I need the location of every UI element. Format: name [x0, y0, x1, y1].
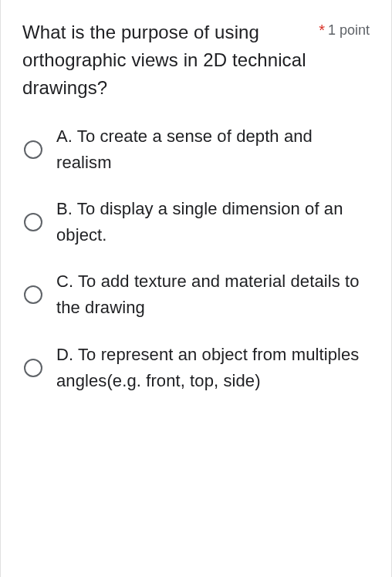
question-text: What is the purpose of using orthographi… — [22, 19, 314, 102]
radio-icon — [24, 285, 42, 304]
question-header: What is the purpose of using orthographi… — [22, 19, 370, 102]
required-star: * — [319, 19, 325, 42]
radio-icon — [24, 213, 42, 231]
option-label: C. To add texture and material details t… — [56, 268, 370, 321]
radio-icon — [24, 140, 42, 159]
option-label: A. To create a sense of depth and realis… — [56, 123, 370, 176]
option-label: B. To display a single dimension of an o… — [56, 196, 370, 248]
question-card: What is the purpose of using orthographi… — [0, 0, 392, 577]
question-title-wrap: What is the purpose of using orthographi… — [22, 19, 314, 102]
option-a[interactable]: A. To create a sense of depth and realis… — [24, 123, 370, 176]
radio-icon — [24, 359, 42, 377]
option-b[interactable]: B. To display a single dimension of an o… — [24, 196, 370, 248]
option-c[interactable]: C. To add texture and material details t… — [24, 268, 370, 321]
points-label: 1 point — [328, 19, 370, 42]
option-label: D. To represent an object from multiples… — [56, 342, 370, 394]
option-d[interactable]: D. To represent an object from multiples… — [24, 342, 370, 394]
options-list: A. To create a sense of depth and realis… — [22, 123, 370, 394]
